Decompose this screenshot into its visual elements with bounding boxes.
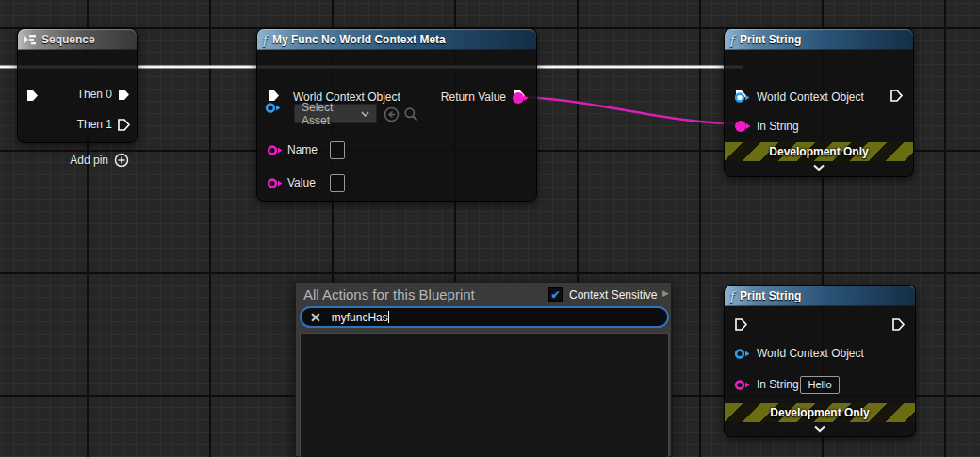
select-asset-dropdown[interactable]: Select Asset: [294, 104, 377, 123]
node-title: Sequence: [41, 33, 95, 46]
world-context-object-pin[interactable]: [734, 91, 751, 104]
in-string-input[interactable]: Hello: [800, 376, 840, 394]
string-data-wire: [522, 97, 743, 124]
then1-row: Then 1: [77, 118, 131, 132]
action-results-list[interactable]: [300, 333, 669, 457]
function-icon: f: [730, 33, 735, 47]
chevron-down-icon: [361, 111, 369, 117]
development-only-label: Development Only: [770, 406, 869, 419]
all-actions-popup: All Actions for this Blueprint ✔ Context…: [295, 282, 672, 457]
browse-search-icon[interactable]: [403, 106, 419, 122]
value-label: Value: [287, 177, 316, 189]
popup-title: All Actions for this Blueprint: [303, 286, 475, 302]
clear-search-icon[interactable]: ✕: [310, 311, 321, 324]
exec-out-pin[interactable]: [891, 318, 906, 332]
world-context-label: World Context Object: [757, 91, 864, 104]
node-title: Print String: [740, 289, 801, 302]
exec-in-pin[interactable]: [734, 318, 748, 332]
name-label: Name: [287, 144, 318, 156]
in-string-pin[interactable]: [734, 120, 751, 133]
in-string-pin[interactable]: [734, 379, 751, 391]
blueprint-graph-canvas[interactable]: Sequence Then 0 Then 1 Add pin: [0, 0, 980, 457]
action-search-input[interactable]: ✕ myfuncHas: [300, 306, 669, 328]
world-context-object-pin[interactable]: [734, 348, 751, 360]
context-sensitive-checkbox[interactable]: ✔: [548, 287, 563, 302]
select-asset-label: Select Asset: [302, 101, 361, 127]
development-only-band: Development Only: [725, 403, 915, 422]
then1-label: Then 1: [77, 119, 112, 131]
use-selected-icon[interactable]: [384, 106, 400, 122]
value-input[interactable]: [330, 174, 345, 192]
plus-circle-icon[interactable]: [114, 153, 129, 168]
then1-exec-out-pin[interactable]: [117, 118, 131, 132]
exec-out-pin[interactable]: [890, 89, 904, 103]
world-context-label: World Context Object: [757, 348, 864, 360]
exec-in-pin[interactable]: [25, 89, 40, 103]
exec-in-pin[interactable]: [267, 89, 281, 103]
node-my-func[interactable]: f My Func No World Context Meta World Co…: [256, 28, 537, 202]
expand-arrow-icon[interactable]: ▶: [662, 288, 669, 298]
return-value-label: Return Value: [441, 91, 506, 104]
value-pin[interactable]: [267, 177, 284, 189]
world-context-object-pin[interactable]: [265, 102, 282, 114]
node-print-string-top[interactable]: f Print String World Context Object In S…: [724, 28, 914, 177]
node-my-func-header[interactable]: f My Func No World Context Meta: [257, 29, 536, 50]
node-collapse-chevron-icon[interactable]: [812, 164, 825, 171]
name-pin[interactable]: [267, 144, 284, 156]
return-value-pin[interactable]: [512, 91, 529, 105]
text-caret: [388, 311, 390, 323]
then0-label: Then 0: [77, 89, 112, 101]
then0-exec-out-pin[interactable]: [117, 88, 131, 102]
in-string-label: In String: [757, 379, 799, 391]
node-title: Print String: [740, 33, 801, 46]
search-text: myfuncHas: [332, 311, 388, 324]
context-sensitive-label: Context Sensitive: [569, 288, 657, 302]
function-icon: f: [263, 33, 268, 47]
function-icon: f: [730, 289, 735, 303]
node-collapse-chevron-icon[interactable]: [813, 425, 826, 433]
in-string-label: In String: [757, 121, 799, 133]
node-sequence[interactable]: Sequence Then 0 Then 1 Add pin: [17, 28, 138, 143]
name-input[interactable]: [330, 141, 345, 159]
sequence-icon: [24, 34, 37, 45]
development-only-label: Development Only: [769, 145, 868, 158]
add-pin-label: Add pin: [70, 155, 108, 167]
node-print-string-header[interactable]: f Print String: [725, 286, 915, 306]
node-print-string-bottom[interactable]: f Print String World Context Object In S…: [724, 285, 916, 437]
add-pin-row[interactable]: Add pin: [70, 153, 129, 168]
then0-row: Then 0: [77, 88, 131, 102]
node-sequence-header[interactable]: Sequence: [18, 29, 137, 50]
node-title: My Func No World Context Meta: [272, 33, 446, 46]
development-only-band: Development Only: [725, 142, 913, 161]
node-print-string-header[interactable]: f Print String: [725, 29, 913, 50]
